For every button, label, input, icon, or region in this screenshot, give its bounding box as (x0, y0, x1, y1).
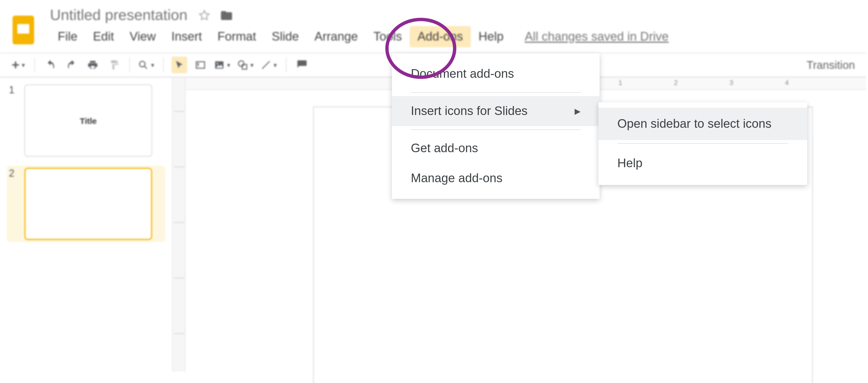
sm-item-label: Help (617, 156, 643, 170)
dropdown-separator (411, 129, 581, 130)
sm-item-label: Open sidebar to select icons (617, 117, 771, 130)
dd-get-add-ons[interactable]: Get add-ons (392, 133, 599, 163)
dd-item-label: Manage add-ons (411, 171, 502, 185)
dd-manage-add-ons[interactable]: Manage add-ons (392, 163, 599, 193)
submenu-separator (617, 143, 788, 144)
sm-help[interactable]: Help (598, 147, 807, 179)
sm-open-sidebar[interactable]: Open sidebar to select icons (598, 108, 807, 140)
insert-icons-submenu: Open sidebar to select icons Help (598, 102, 807, 185)
dd-item-label: Document add-ons (411, 67, 514, 81)
submenu-arrow-icon: ▶ (575, 107, 581, 116)
dd-item-label: Insert icons for Slides (411, 104, 528, 118)
add-ons-dropdown: Document add-ons Insert icons for Slides… (392, 53, 599, 199)
dd-item-label: Get add-ons (411, 141, 478, 155)
dd-insert-icons[interactable]: Insert icons for Slides ▶ (392, 96, 599, 126)
dd-document-add-ons[interactable]: Document add-ons (392, 59, 599, 89)
dropdown-separator (411, 92, 581, 93)
